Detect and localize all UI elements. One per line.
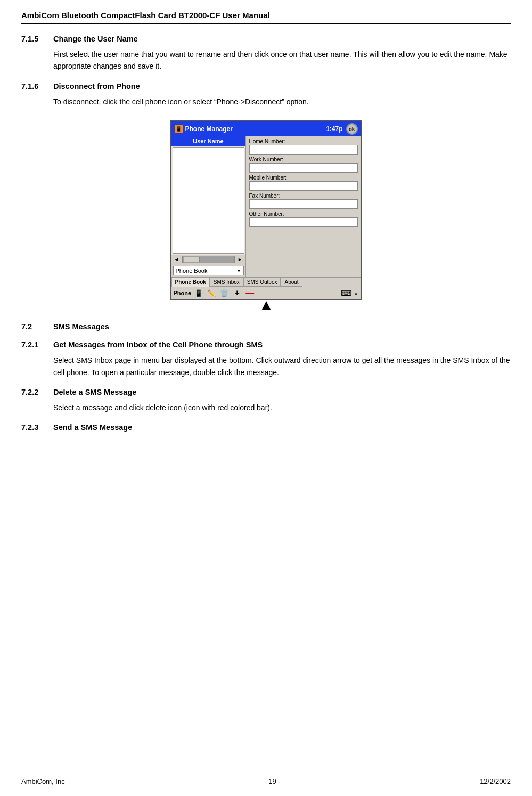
pm-scroll-up-icon[interactable]: ▲ xyxy=(354,290,359,296)
pm-label-work: Work Number: xyxy=(249,157,358,163)
section-715: 7.1.5 Change the User Name First select … xyxy=(21,35,511,72)
tab-sms-outbox[interactable]: SMS Outbox xyxy=(243,278,281,287)
tab-sms-inbox[interactable]: SMS Inbox xyxy=(210,278,243,287)
section-721-num: 7.2.1 xyxy=(21,340,53,349)
pm-user-list xyxy=(173,147,244,254)
pm-label-fax: Fax Number: xyxy=(249,193,358,199)
pm-scrollbar-thumb[interactable] xyxy=(184,257,200,262)
pm-username-header: User Name xyxy=(171,136,245,146)
pm-body: User Name ◄ ► Ph xyxy=(171,136,361,277)
section-715-title: Change the User Name xyxy=(53,35,138,43)
arrow-indicator xyxy=(262,301,271,310)
tab-about[interactable]: About xyxy=(281,278,302,287)
pm-input-work[interactable] xyxy=(249,163,358,173)
pm-dropdown-value: Phone Book xyxy=(176,267,208,274)
section-716-text: To disconnect, click the cell phone icon… xyxy=(53,96,511,108)
footer-page: - 19 - xyxy=(264,777,280,785)
header-title: AmbiCom Bluetooth CompactFlash Card BT20… xyxy=(21,11,270,20)
section-716-title: Disconnect from Phone xyxy=(53,82,140,91)
section-715-num: 7.1.5 xyxy=(21,35,53,43)
pm-phonebook-dropdown[interactable]: Phone Book ▼ xyxy=(173,266,244,275)
pm-titlebar: 📱 Phone Manager 1:47p ok xyxy=(171,121,361,136)
section-722-text: Select a message and click delete icon (… xyxy=(53,402,511,413)
pm-input-mobile[interactable] xyxy=(249,181,358,191)
section-723: 7.2.3 Send a SMS Message xyxy=(21,423,511,432)
pm-time: 1:47p xyxy=(326,125,342,133)
screenshot-container: 📱 Phone Manager 1:47p ok User Name xyxy=(21,120,511,310)
pm-field-fax: Fax Number: xyxy=(249,193,358,209)
pm-add-icon[interactable]: + xyxy=(232,288,242,298)
pm-keyboard-icon[interactable]: ⌨ xyxy=(341,288,351,298)
pm-field-other: Other Number: xyxy=(249,211,358,227)
section-716: 7.1.6 Disconnect from Phone To disconnec… xyxy=(21,82,511,310)
pm-title-text: Phone Manager xyxy=(185,125,233,133)
section-715-text: First select the user name that you want… xyxy=(53,48,511,72)
pm-scrollbar: ◄ ► xyxy=(171,255,245,264)
section-723-num: 7.2.3 xyxy=(21,423,53,432)
pm-field-home: Home Number: xyxy=(249,139,358,155)
pm-toolbar-phone-label: Phone xyxy=(174,290,192,296)
pm-phone-icon[interactable]: 📱 xyxy=(193,288,204,298)
pm-input-fax[interactable] xyxy=(249,199,358,209)
phone-manager-window: 📱 Phone Manager 1:47p ok User Name xyxy=(170,120,362,300)
footer-date: 12/2/2002 xyxy=(480,777,511,785)
arrow-up-icon xyxy=(262,301,271,310)
pm-title-left: 📱 Phone Manager xyxy=(175,125,233,133)
pm-label-other: Other Number: xyxy=(249,211,358,217)
section-721-title: Get Messages from Inbox of the Cell Phon… xyxy=(53,340,263,349)
section-716-num: 7.1.6 xyxy=(21,82,53,91)
pm-field-mobile: Moblie Number: xyxy=(249,175,358,191)
footer-company: AmbiCom, Inc xyxy=(21,777,65,785)
section-72-title: SMS Messages xyxy=(53,322,109,331)
pm-remove-icon[interactable]: — xyxy=(244,288,255,298)
section-72: 7.2 SMS Messages xyxy=(21,322,511,331)
pm-app-icon: 📱 xyxy=(175,125,183,133)
pm-scrollbar-track xyxy=(182,256,235,263)
section-722: 7.2.2 Delete a SMS Message Select a mess… xyxy=(21,388,511,413)
section-723-title: Send a SMS Message xyxy=(53,423,132,432)
pm-label-home: Home Number: xyxy=(249,139,358,144)
section-721: 7.2.1 Get Messages from Inbox of the Cel… xyxy=(21,340,511,378)
pm-right-panel: Home Number: Work Number: Moblie Number: xyxy=(246,136,361,277)
pm-label-mobile: Moblie Number: xyxy=(249,175,358,181)
pm-dropdown-row: Phone Book ▼ xyxy=(171,264,245,277)
section-722-title: Delete a SMS Message xyxy=(53,388,136,396)
section-72-num: 7.2 xyxy=(21,322,53,331)
pm-input-other[interactable] xyxy=(249,217,358,227)
page-header: AmbiCom Bluetooth CompactFlash Card BT20… xyxy=(21,11,511,24)
pm-scroll-left[interactable]: ◄ xyxy=(173,256,181,263)
section-722-num: 7.2.2 xyxy=(21,388,53,396)
tab-phone-book[interactable]: Phone Book xyxy=(171,278,210,287)
pm-dropdown-arrow-icon: ▼ xyxy=(237,269,241,273)
pm-delete-icon[interactable]: 🗑️ xyxy=(219,288,230,298)
pm-scroll-right[interactable]: ► xyxy=(236,256,244,263)
section-721-text: Select SMS Inbox page in menu bar displa… xyxy=(53,354,511,378)
pm-toolbar: Phone 📱 ✏️ 🗑️ + — ⌨ ▲ xyxy=(171,287,361,299)
pm-edit-icon[interactable]: ✏️ xyxy=(206,288,217,298)
pm-input-home[interactable] xyxy=(249,145,358,155)
pm-field-work: Work Number: xyxy=(249,157,358,173)
pm-ok-button[interactable]: ok xyxy=(346,123,358,135)
pm-tabs: Phone Book SMS Inbox SMS Outbox About xyxy=(171,277,361,287)
pm-left-panel: User Name ◄ ► Ph xyxy=(171,136,246,277)
page-footer: AmbiCom, Inc - 19 - 12/2/2002 xyxy=(21,774,511,785)
